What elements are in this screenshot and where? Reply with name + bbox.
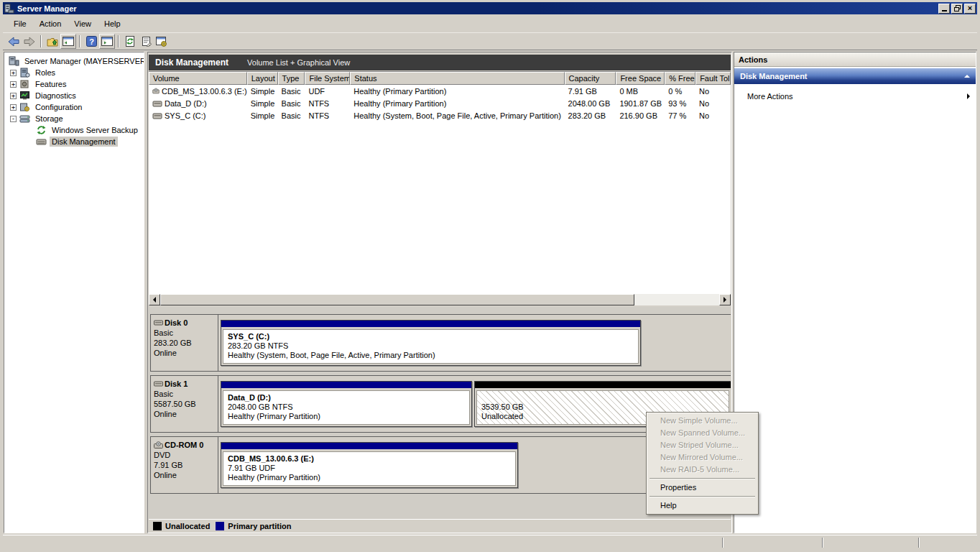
col-header-file-system[interactable]: File System — [305, 72, 350, 85]
legend: Unallocated Primary partition — [149, 519, 731, 532]
tree-item-label: Roles — [33, 68, 57, 78]
partition-title: CDB_MS_13.00.6.3 (E:) — [228, 454, 515, 464]
tree-item-label: Storage — [33, 114, 65, 124]
refresh-button[interactable] — [122, 34, 138, 49]
console-tree: Server Manager (MAYERSERVER) + Roles + — [4, 52, 144, 533]
partition-data-d[interactable]: Data_D (D:) 2048.00 GB NTFS Healthy (Pri… — [221, 381, 472, 427]
tree-item-windows-server-backup[interactable]: Windows Server Backup — [4, 124, 144, 136]
expander-icon[interactable]: - — [10, 116, 17, 122]
disk-size: 283.20 GB — [154, 338, 216, 348]
actions-header: Actions — [734, 52, 976, 67]
tree-item-diagnostics[interactable]: + Diagnostics — [4, 90, 144, 101]
disk-drive-icon — [154, 319, 163, 326]
expander-icon[interactable]: + — [10, 81, 17, 88]
cell-capacity: 7.91 GB — [565, 87, 616, 96]
collapse-section-icon[interactable] — [964, 72, 970, 78]
show-console-tree-button[interactable] — [60, 34, 76, 49]
expander-icon[interactable]: + — [10, 104, 17, 111]
col-header-status[interactable]: Status — [350, 72, 564, 85]
window-title: Server Manager — [17, 4, 77, 13]
cell-layout: Simple — [247, 111, 278, 120]
volume-name: SYS_C (C:) — [165, 111, 205, 120]
disk-state: Online — [154, 409, 216, 419]
cell-pct-free: 77 % — [665, 111, 695, 120]
col-header-capacity[interactable]: Capacity — [565, 72, 616, 85]
expander-icon[interactable]: + — [10, 70, 17, 76]
col-header-layout[interactable]: Layout — [247, 72, 278, 85]
more-actions-item[interactable]: More Actions — [734, 90, 976, 103]
tree-item-configuration[interactable]: + Configuration — [4, 101, 144, 113]
panel-title: Disk Management — [155, 58, 228, 68]
scrollbar-thumb[interactable] — [160, 294, 634, 305]
volume-row-c[interactable]: SYS_C (C:) Simple Basic NTFS Healthy (Sy… — [149, 109, 731, 121]
close-button[interactable]: × — [964, 4, 976, 14]
up-one-level-button[interactable] — [45, 34, 60, 49]
volume-list: Volume Layout Type File System Status Ca… — [149, 71, 731, 294]
col-header-volume[interactable]: Volume — [149, 72, 247, 85]
disk-name: Disk 0 — [165, 318, 188, 328]
tree-item-features[interactable]: + Features — [4, 78, 144, 90]
tree-splitter[interactable] — [144, 50, 147, 535]
show-action-pane-icon — [101, 37, 113, 46]
cell-fs: UDF — [305, 87, 350, 96]
menu-file[interactable]: File — [7, 17, 33, 30]
unallocated-bar — [475, 382, 731, 389]
menu-help[interactable]: Help — [98, 17, 127, 30]
properties-button[interactable] — [138, 34, 154, 49]
col-header-fault-tol[interactable]: Fault Tol — [695, 72, 731, 85]
tree-root-server-manager[interactable]: Server Manager (MAYERSERVER) — [4, 55, 144, 67]
cdrom-0-label[interactable]: CD-ROM 0 DVD 7.91 GB Online — [151, 437, 218, 493]
scroll-right-button[interactable] — [719, 294, 731, 305]
cell-status: Healthy (Primary Partition) — [350, 87, 564, 96]
features-icon — [19, 79, 30, 89]
volume-row-e[interactable]: CDB_MS_13.00.6.3 (E:) Simple Basic UDF H… — [149, 85, 731, 97]
actions-section-disk-management[interactable]: Disk Management — [734, 68, 976, 84]
partition-sys-c[interactable]: SYS_C (C:) 283.20 GB NTFS Healthy (Syste… — [221, 320, 641, 366]
restore-button[interactable] — [951, 4, 963, 14]
actions-pane: Actions Disk Management More Actions — [734, 52, 976, 533]
tree-item-roles[interactable]: + Roles — [4, 67, 144, 78]
menu-item-help[interactable]: Help — [648, 500, 757, 512]
help-icon: ? — [86, 36, 97, 47]
show-action-pane-button[interactable] — [99, 34, 115, 49]
windows-server-backup-icon — [36, 125, 47, 135]
properties-icon — [141, 36, 152, 47]
menu-action[interactable]: Action — [33, 17, 68, 30]
tree-item-disk-management[interactable]: Disk Management — [4, 136, 144, 147]
toolbar-separator — [40, 35, 42, 47]
help-button[interactable]: ? — [83, 34, 99, 49]
expander-icon[interactable]: + — [10, 93, 17, 99]
back-button[interactable] — [6, 34, 22, 49]
show-console-tree-icon — [63, 37, 74, 46]
scroll-left-button[interactable] — [149, 294, 160, 305]
disk-drive-icon — [152, 99, 162, 108]
menu-item-new-spanned-volume: New Spanned Volume... — [648, 427, 757, 439]
menu-view[interactable]: View — [68, 17, 98, 30]
partition-status: Healthy (Primary Partition) — [228, 412, 469, 421]
disk-1-label[interactable]: Disk 1 Basic 5587.50 GB Online — [151, 376, 218, 432]
disk-0-label[interactable]: Disk 0 Basic 283.20 GB Online — [151, 315, 218, 371]
tree-item-storage[interactable]: - Storage — [4, 113, 144, 124]
back-icon — [8, 37, 19, 47]
customize-button[interactable] — [154, 34, 170, 49]
disk-media: Basic — [154, 389, 216, 399]
partition-title: SYS_C (C:) — [228, 332, 638, 341]
cell-free-space: 0 MB — [616, 87, 665, 96]
col-header-free-space[interactable]: Free Space — [616, 72, 665, 85]
unallocated-swatch — [153, 522, 162, 530]
tree-item-label: Windows Server Backup — [50, 125, 140, 135]
main-area: Server Manager (MAYERSERVER) + Roles + — [3, 50, 977, 535]
col-header-pct-free[interactable]: % Free — [665, 72, 695, 85]
forward-button[interactable] — [22, 34, 37, 49]
horizontal-scrollbar[interactable] — [149, 294, 731, 305]
partition-cdrom[interactable]: CDB_MS_13.00.6.3 (E:) 7.91 GB UDF Health… — [221, 442, 518, 488]
cell-free-space: 1901.87 GB — [616, 99, 665, 108]
volume-row-d[interactable]: Data_D (D:) Simple Basic NTFS Healthy (P… — [149, 97, 731, 109]
menu-item-properties[interactable]: Properties — [648, 482, 757, 494]
col-header-type[interactable]: Type — [278, 72, 305, 85]
minimize-button[interactable] — [938, 4, 950, 14]
tree-root-label: Server Manager (MAYERSERVER) — [22, 56, 144, 66]
volume-name: CDB_MS_13.00.6.3 (E:) — [162, 87, 247, 96]
cd-drive-icon — [152, 87, 160, 96]
cell-type: Basic — [278, 99, 305, 108]
